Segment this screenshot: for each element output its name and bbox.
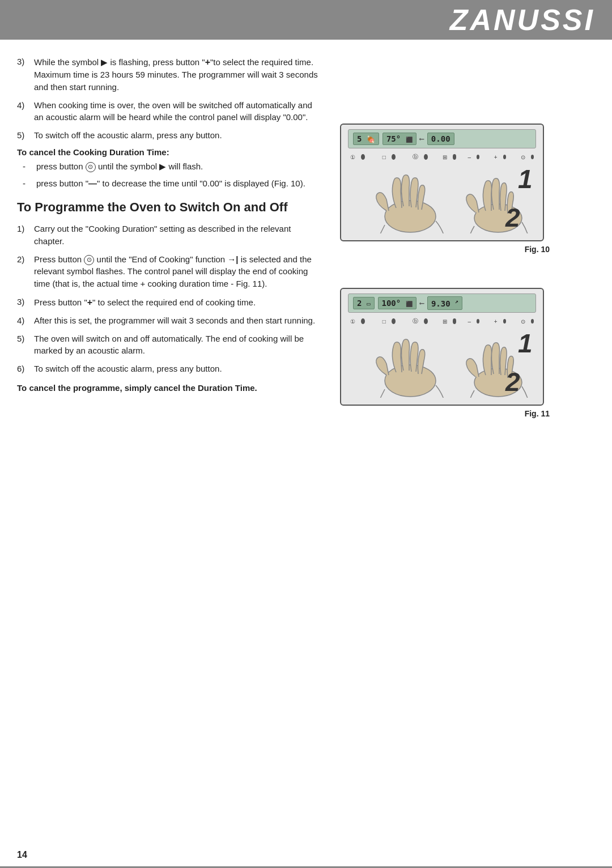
ctrl-dot [424,318,428,324]
ctrl-dot-sm [531,155,534,159]
ctrl-dot [453,318,457,324]
circle-symbol: ⊙ [86,162,96,172]
display-seg2-fig10: 75° ⬛ [382,133,416,145]
hand-num-1-fig11: 1 [518,329,533,358]
ctrl-dot-sm [477,319,479,324]
list-text: To switch off the acoustic alarm, press … [34,129,323,142]
display-row-fig11: 2 ▭ 100° ⬛ ⟵ 9.30 ↗ [348,293,536,313]
hands-svg-fig11: 1 2 [348,324,541,398]
section-subheading: To cancel the Cooking Duration Time: [17,147,323,157]
seg2-value: 100° [382,299,401,308]
figure-11: 2 ▭ 100° ⬛ ⟵ 9.30 ↗ ① [340,288,555,418]
bullet-text: press button "—" to decrease the time un… [36,177,305,190]
ctrl-sym: ① [350,154,355,160]
list-number: 4) [17,314,29,327]
list-number: 2) [17,253,29,290]
seg1-value: 2 [357,299,362,308]
oven-panel-fig10: 5 🍖 75° ⬛ ⟵ 0.00 ① [340,124,544,241]
figures-column: 5 🍖 75° ⬛ ⟵ 0.00 ① [323,56,595,435]
ctrl-dot-sm [477,155,479,159]
list-number: 6) [17,363,29,375]
display-row-fig10: 5 🍖 75° ⬛ ⟵ 0.00 [348,129,536,148]
ctrl-sym: ⊞ [443,318,447,325]
ctrl-dot-sm [503,319,506,324]
fig11-label: Fig. 11 [525,409,550,418]
list-item: 2) Press button ⊙ until the "End of Cook… [17,253,323,290]
list-text: Press button "+" to select the required … [34,296,323,309]
ctrl-sym: + [494,318,498,325]
bullet-item: - press button "—" to decrease the time … [17,177,323,190]
list-item: 4) When cooking time is over, the oven w… [17,99,323,124]
page-header: ZANUSSI [0,0,612,40]
bullet-item: - press button ⊙ until the symbol ▶ will… [17,160,323,173]
ctrl-sym: ⊙ [521,154,525,160]
list-text: When cooking time is over, the oven will… [34,99,323,124]
brand-logo: ZANUSSI [450,3,595,37]
list-item: 5) The oven will switch on and off autom… [17,333,323,358]
ctrl-dot [453,154,457,160]
hands-illustration-fig10: 1 2 [348,160,536,233]
list-number: 3) [17,296,29,309]
circle-symbol: ⊙ [84,255,94,265]
hand-num-1: 1 [518,164,533,194]
list-number: 4) [17,99,29,124]
seg2-value: 75° [386,134,401,143]
ctrl-dot [361,318,365,324]
list-item: 6) To switch off the acoustic alarm, pre… [17,363,323,375]
ctrl-sym: ⊞ [443,154,447,160]
display-seg1-fig10: 5 🍖 [353,133,379,145]
fig11-caption: Fig. 11 [340,409,555,418]
ctrl-sym: □ [382,154,386,160]
seg1-value: 5 [357,134,362,143]
svg-point-0 [385,201,436,232]
ctrl-dot [392,318,396,324]
ctrl-sym: – [468,318,471,325]
final-note-text: To cancel the programme, simply cancel t… [17,382,323,394]
arrow-indicator: ⟵ [420,135,424,143]
arrow-indicator-fig11: ⟵ [420,299,424,307]
page-number: 14 [17,850,27,860]
list-text: To switch off the acoustic alarm, press … [34,363,323,375]
ctrl-dot [392,154,396,160]
hand-num-2-fig11: 2 [505,367,520,397]
list-text: After this is set, the programmer will w… [34,314,323,327]
list-number: 5) [17,333,29,358]
ctrl-sym: ① [350,318,355,325]
bullet-text: press button ⊙ until the symbol ▶ will f… [36,160,203,173]
figure-10: 5 🍖 75° ⬛ ⟵ 0.00 ① [340,124,555,254]
seg3-value: 0.00 [431,134,450,143]
display-seg3-fig10: 0.00 [427,133,454,145]
bullet-dash: - [23,160,31,173]
ctrl-sym: + [494,154,498,160]
list-text: The oven will switch on and off automati… [34,333,323,358]
display-seg1-fig11: 2 ▭ [353,297,375,309]
hands-svg-fig10: 1 2 [348,160,541,233]
list-item: 5) To switch off the acoustic alarm, pre… [17,129,323,142]
svg-point-2 [385,365,436,397]
seg3-value: 9.30 [431,299,450,308]
ctrl-dot-sm [503,155,506,159]
ctrl-sym: – [468,154,471,160]
list-number: 3) [17,56,29,93]
fig10-label: Fig. 10 [525,245,550,254]
fig10-caption: Fig. 10 [340,245,555,254]
hand-num-2: 2 [505,203,520,232]
oven-panel-fig11: 2 ▭ 100° ⬛ ⟵ 9.30 ↗ ① [340,288,544,406]
list-text: Press button ⊙ until the "End of Cooking… [34,253,323,290]
ctrl-dot [424,154,428,160]
display-seg3-fig11: 9.30 ↗ [427,296,462,310]
list-item: 3) Press button "+" to select the requir… [17,296,323,309]
ctrl-sym: ⊙ [521,318,525,325]
list-item: 1) Carry out the "Cooking Duration" sett… [17,223,323,248]
section-heading: To Programme the Oven to Switch On and O… [17,199,323,216]
main-content: 3) While the symbol ▶ is flashing, press… [0,40,612,435]
ctrl-dot-sm [531,319,534,324]
list-number: 5) [17,129,29,142]
bullet-dash: - [23,177,31,190]
section2-heading-text: To Programme the Oven to Switch On and O… [17,200,288,214]
final-note: To cancel the programme, simply cancel t… [17,382,323,394]
list-text: Carry out the "Cooking Duration" setting… [34,223,323,248]
list-item: 4) After this is set, the programmer wil… [17,314,323,327]
list-text: While the symbol ▶ is flashing, press bu… [34,56,323,93]
ctrl-dot [361,154,365,160]
